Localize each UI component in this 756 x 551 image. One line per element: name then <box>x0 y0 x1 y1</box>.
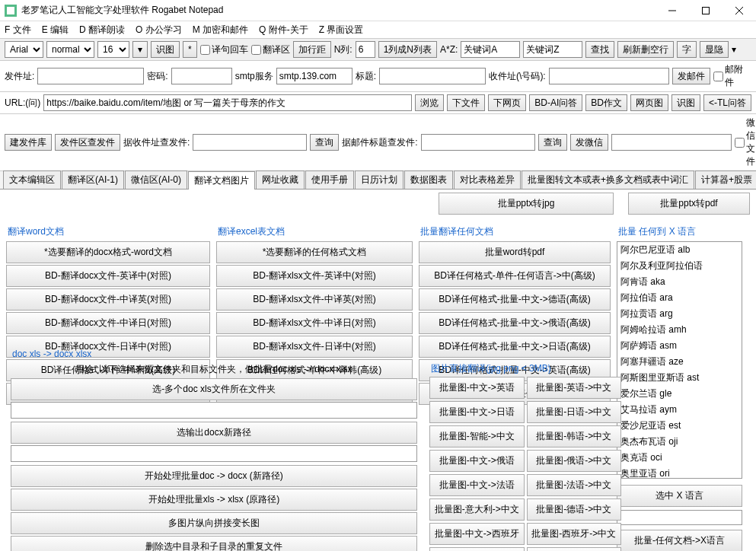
smtp-input[interactable] <box>276 68 352 84</box>
img-trans-btn-3-0[interactable]: 批量图-中文->俄语 <box>429 450 525 472</box>
img-trans-btn-0-1[interactable]: 批量图-英语->中文 <box>527 377 622 399</box>
col3-btn-3[interactable]: BD译任何格式-批量-中文->俄语(高级) <box>419 312 611 334</box>
recipient-input[interactable] <box>549 68 669 84</box>
col1-btn-3[interactable]: BD-翻译docx文件-中译日(对照) <box>6 312 210 334</box>
select-x-lang-button[interactable]: 选中 X 语言 <box>617 485 742 507</box>
img-trans-btn-5-0[interactable]: 批量图-意大利->中文 <box>429 498 525 521</box>
col3-btn-0[interactable]: 批量word转pdf <box>419 241 611 263</box>
docxls-btn-2[interactable]: 开始处理批量doc -> docx (新路径) <box>11 465 417 487</box>
download-file-button[interactable]: 下文件 <box>447 94 485 111</box>
img-trans-btn-3-1[interactable]: 批量图-俄语->中文 <box>527 450 622 472</box>
dropdown-icon[interactable]: ▾ <box>732 44 736 55</box>
pptx-to-pdf-button[interactable]: 批量pptx转pdf <box>628 193 750 215</box>
tab-3[interactable]: 翻译文档图片 <box>188 171 255 190</box>
ocr2-button[interactable]: 识图 <box>671 94 700 111</box>
col2-btn-0[interactable]: *选要翻译的任何格式文档 <box>216 241 413 263</box>
img-trans-btn-5-1[interactable]: 批量图-德语->中文 <box>527 498 622 521</box>
lang-item-5[interactable]: 阿姆哈拉语 amh <box>617 322 742 338</box>
lang-item-12[interactable]: 奥杰布瓦语 oji <box>617 434 742 450</box>
close-button[interactable] <box>723 0 756 21</box>
lang-item-6[interactable]: 阿萨姆语 asm <box>617 338 742 354</box>
img-trans-btn-1-0[interactable]: 批量图-中文->日语 <box>429 401 525 423</box>
line-spacing-button[interactable]: 加行距 <box>293 41 331 58</box>
url-input[interactable] <box>43 94 412 111</box>
bd-essay-button[interactable]: BD作文 <box>585 94 627 111</box>
col2-btn-1[interactable]: BD-翻译xlsx文件-英译中(对照) <box>216 265 413 287</box>
lang-item-10[interactable]: 艾马拉语 aym <box>617 402 742 418</box>
keyword-z-input[interactable] <box>523 41 582 58</box>
pptx-to-jpg-button[interactable]: 批量pptx转jpg <box>439 193 614 215</box>
font-weight-select[interactable]: normal <box>46 41 94 58</box>
col3-btn-1[interactable]: BD译任何格式-单件-任何语言->中(高级) <box>419 265 611 287</box>
query1-button[interactable]: 查询 <box>310 134 339 151</box>
tab-5[interactable]: 使用手册 <box>305 170 354 189</box>
query2-button[interactable]: 查询 <box>538 134 567 151</box>
menu-attach[interactable]: Q 附件-关于 <box>259 24 308 37</box>
col2-btn-3[interactable]: BD-翻译xlsx文件-中译日(对照) <box>216 312 413 334</box>
lang-item-7[interactable]: 阿塞拜疆语 aze <box>617 354 742 370</box>
docxls-btn-1[interactable]: 选输出docx新路径 <box>11 422 417 444</box>
translate-area-checkbox[interactable]: 翻译区 <box>251 43 290 56</box>
bd-ai-button[interactable]: BD-AI问答 <box>529 94 582 111</box>
browse-button[interactable]: 浏览 <box>415 94 444 111</box>
img-trans-btn-2-1[interactable]: 批量图-韩语->中文 <box>527 425 622 447</box>
menu-edit[interactable]: E 编辑 <box>42 24 69 37</box>
col1-btn-0[interactable]: *选要翻译的docx格式-word文档 <box>6 241 210 263</box>
send-mail-button[interactable]: 发邮件 <box>672 68 710 84</box>
lang-item-8[interactable]: 阿斯图里亚斯语 ast <box>617 370 742 386</box>
font-family-select[interactable]: Arial <box>5 41 43 58</box>
ocr-button[interactable]: 识图 <box>151 41 180 58</box>
img-trans-btn-6-0[interactable]: 批量图-中文->西班牙 <box>429 523 525 545</box>
tab-4[interactable]: 网址收藏 <box>256 170 305 189</box>
lang-item-14[interactable]: 奥里亚语 ori <box>617 466 742 479</box>
menu-ui[interactable]: Z 界面设置 <box>319 24 364 37</box>
tab-6[interactable]: 日历计划 <box>355 170 404 189</box>
search-button[interactable]: 查找 <box>585 41 614 58</box>
docxls-btn-4[interactable]: 多图片纵向拼接变长图 <box>11 512 417 534</box>
tab-8[interactable]: 对比表格差异 <box>454 170 521 189</box>
lang-item-0[interactable]: 阿尔巴尼亚语 alb <box>617 242 742 258</box>
password-input[interactable] <box>171 68 232 84</box>
img-trans-btn-7-1[interactable]: 批量图-印尼->中文 <box>527 547 622 551</box>
img-trans-btn-6-1[interactable]: 批量图-西班牙->中文 <box>527 523 622 545</box>
col2-btn-2[interactable]: BD-翻译xlsx文件-中译英(对照) <box>216 288 413 311</box>
refresh-remove-empty-button[interactable]: 刷新删空行 <box>617 41 674 58</box>
tab-1[interactable]: 翻译区(AI-1) <box>62 170 124 189</box>
sender-input[interactable] <box>37 68 144 84</box>
sentence-newline-checkbox[interactable]: 译句回车 <box>200 43 248 56</box>
download-page-button[interactable]: 下网页 <box>488 94 526 111</box>
mail-attachment-checkbox[interactable]: 邮附件 <box>713 63 751 89</box>
col1-btn-1[interactable]: BD-翻译docx文件-英译中(对照) <box>6 265 210 287</box>
tl-qa-button[interactable]: <-TL问答 <box>703 94 751 111</box>
send-wechat-button[interactable]: 发微信 <box>570 134 608 151</box>
menu-translate[interactable]: D 翻译朗读 <box>79 24 125 37</box>
subject-input[interactable] <box>379 68 486 84</box>
font-size-select[interactable]: 16 <box>97 41 129 58</box>
lang-item-11[interactable]: 爱沙尼亚语 est <box>617 418 742 434</box>
menu-file[interactable]: F 文件 <box>5 24 31 37</box>
img-trans-btn-4-0[interactable]: 批量图-中文->法语 <box>429 474 525 496</box>
query-send-area-button[interactable]: 发件区查发件 <box>55 134 120 151</box>
img-trans-btn-2-0[interactable]: 批量图-智能->中文 <box>429 425 525 447</box>
docxls-btn-0[interactable]: 选-多个doc xls文件所在文件夹 <box>11 378 417 400</box>
menu-encrypt[interactable]: M 加密和邮件 <box>193 24 248 37</box>
language-listbox[interactable]: 阿尔巴尼亚语 alb阿尔及利亚阿拉伯语阿肯语 aka阿拉伯语 ara阿拉贡语 a… <box>617 241 742 479</box>
by-subject-input[interactable] <box>421 134 535 151</box>
img-trans-btn-1-1[interactable]: 批量图-日语->中文 <box>527 401 622 423</box>
docxls-btn-input-0[interactable] <box>11 402 417 419</box>
make-ncol-button[interactable]: 1列成N列表 <box>378 41 437 58</box>
docxls-btn-input-1[interactable] <box>11 445 417 462</box>
tab-10[interactable]: 计算器+股票 <box>695 170 756 189</box>
lang-item-9[interactable]: 爱尔兰语 gle <box>617 386 742 402</box>
wechat-file-checkbox[interactable]: 微信文件 <box>735 116 755 168</box>
menu-office[interactable]: O 办公学习 <box>136 24 182 37</box>
col1-btn-2[interactable]: BD-翻译docx文件-中译英(对照) <box>6 288 210 311</box>
by-recipient-input[interactable] <box>193 134 307 151</box>
lang-item-2[interactable]: 阿肯语 aka <box>617 274 742 290</box>
lang-item-3[interactable]: 阿拉伯语 ara <box>617 290 742 306</box>
keyword-a-input[interactable] <box>461 41 520 58</box>
tab-2[interactable]: 微信区(AI-0) <box>125 170 187 189</box>
font-size-down-button[interactable]: ▾ <box>132 41 148 58</box>
toggle-visibility-button[interactable]: 显隐 <box>700 41 729 58</box>
star-button[interactable]: * <box>183 41 197 58</box>
